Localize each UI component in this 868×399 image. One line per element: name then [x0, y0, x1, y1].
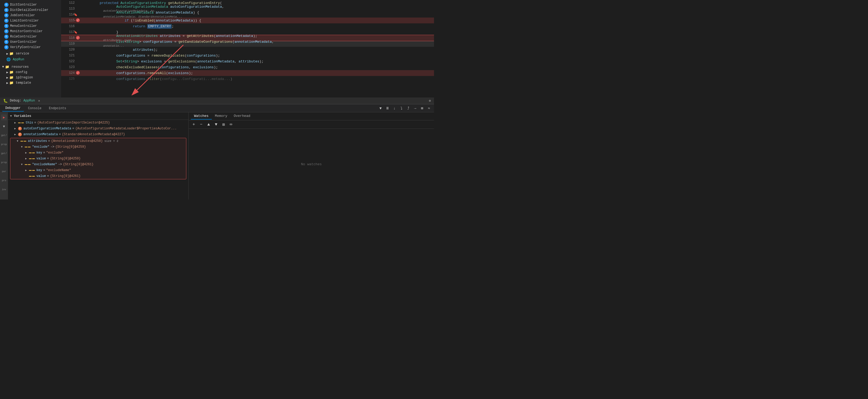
code-line-125: 125 configurations.filter(configu...Conf… — [61, 76, 434, 82]
expand-icon[interactable]: ▼ — [21, 145, 24, 148]
tree-item-label: VerifyController — [10, 45, 41, 49]
arrow-current-icon: → — [74, 19, 76, 22]
toolbar-btn-resume[interactable]: ▼ — [378, 105, 383, 111]
line-number: 112 — [65, 1, 75, 5]
var-eq-icon — [25, 164, 31, 165]
watches-add-button[interactable]: + — [191, 122, 197, 128]
tree-folder-label: service — [16, 52, 29, 56]
tree-folder-resources[interactable]: ▼ 📁 resources — [0, 64, 61, 70]
var-row-key1[interactable]: ▶ key = "exclude" — [10, 150, 186, 156]
tab-endpoints[interactable]: Endpoints — [46, 105, 69, 111]
var-value: {String[0]@4259} — [55, 145, 86, 149]
var-value: "excludeName" — [46, 168, 71, 172]
tree-item-label: RoleController — [10, 35, 37, 38]
var-name: value — [36, 157, 46, 161]
tab-debugger[interactable]: Debugger — [2, 105, 24, 111]
toolbar-btn-stepover[interactable]: ↓ — [392, 105, 397, 111]
var-row-annotationmetadata[interactable]: ▶ P annotationMetadata = {StandardAnnota… — [8, 132, 188, 137]
expand-icon[interactable]: ▶ — [14, 121, 17, 124]
side-icon-filter[interactable]: ▼ — [1, 124, 7, 129]
line-number: 117 — [65, 30, 75, 34]
settings-icon[interactable]: ⚙ — [429, 99, 431, 103]
var-row-value2[interactable]: value = {String[0]@4261} — [10, 173, 186, 179]
toolbar-btn-pause[interactable]: ⏸ — [384, 105, 391, 111]
line-number: 116 — [65, 25, 75, 28]
tree-folder-ip2region[interactable]: ▶ 📁 ip2region — [0, 75, 61, 80]
folder-icon: 📁 — [9, 52, 13, 56]
toolbar-btn-stepout[interactable]: ⤴ — [405, 105, 411, 111]
var-row-attributes[interactable]: ▼ attributes = {AnnotationAttributes@425… — [10, 138, 186, 144]
tree-item-apprun[interactable]: 🌐 AppRun — [0, 57, 61, 62]
line-number: 122 — [65, 60, 75, 63]
var-filter-button[interactable]: ▼ — [10, 114, 12, 118]
class-icon: C — [4, 29, 8, 33]
expand-icon[interactable]: ▶ — [14, 133, 17, 136]
side-icon-get1: get/ — [1, 133, 7, 138]
tree-folder-config[interactable]: ▶ 📁 config — [0, 70, 61, 75]
var-row-key2[interactable]: ▶ key = "excludeName" — [10, 167, 186, 173]
watches-down-button[interactable]: ▼ — [213, 122, 219, 128]
tab-console[interactable]: Console — [25, 105, 45, 111]
watches-infinity-button[interactable]: ∞ — [228, 122, 234, 128]
tree-item-verifycontroller[interactable]: C VerifyController — [0, 45, 61, 50]
var-row-this[interactable]: ▶ this = {AutoConfigurationImportSelecto… — [8, 120, 188, 126]
tree-item-usercontroller[interactable]: C UserController — [0, 39, 61, 45]
tree-item-monitorcontroller[interactable]: C MonitorController — [0, 29, 61, 34]
var-name: key — [36, 151, 42, 155]
side-icon-play[interactable]: ▶ — [1, 114, 7, 120]
tree-item-jobcontroller[interactable]: C JobController — [0, 13, 61, 18]
variables-label: Variables — [14, 114, 31, 118]
var-name: "excludeName" — [32, 163, 57, 166]
tree-item-label: MonitorController — [10, 30, 42, 33]
var-eq-icon — [18, 123, 24, 123]
debug-content: ▶ ▼ get/ prop get/ prop par pro inv ▼ Va… — [0, 112, 434, 199]
line-number: 118 — [65, 36, 75, 40]
side-icon-par: par — [1, 169, 7, 174]
var-value: {AutoConfigurationImportSelector@4225} — [37, 121, 110, 125]
expand-icon[interactable]: ▶ — [25, 157, 28, 160]
tab-memory[interactable]: Memory — [212, 113, 231, 120]
toolbar-btn-more[interactable]: ≈ — [426, 105, 432, 111]
tab-overhead[interactable]: Overhead — [230, 113, 253, 120]
tab-watches[interactable]: Watches — [191, 113, 212, 120]
session-close-button[interactable]: ✕ — [38, 99, 40, 103]
watches-copy-button[interactable]: ⊞ — [221, 122, 226, 128]
var-size: size = 2 — [104, 139, 119, 143]
watches-up-button[interactable]: ▲ — [206, 122, 212, 128]
expand-icon[interactable]: ▶ — [25, 151, 28, 154]
session-app: AppRun — [23, 99, 35, 103]
var-name: value — [36, 174, 46, 178]
var-eq-icon — [29, 153, 35, 153]
expand-icon[interactable]: ▶ — [14, 127, 17, 130]
toolbar-btn-runtopoint[interactable]: → — [412, 105, 418, 111]
var-row-exclude[interactable]: ▼ "exclude" -> {String[0]@4259} — [10, 144, 186, 150]
tree-folder-template[interactable]: ▶ 📁 template — [0, 80, 61, 86]
tree-apprun-label: AppRun — [13, 58, 24, 61]
tree-item-menucontroller[interactable]: C MenuController — [0, 23, 61, 29]
var-row-value1[interactable]: ▶ value = {String[0]@4259} — [10, 156, 186, 162]
file-tree: C DictController C DictDetailController … — [0, 0, 61, 98]
expand-icon[interactable]: ▶ — [25, 169, 28, 172]
tree-item-rolecontroller[interactable]: C RoleController — [0, 34, 61, 39]
var-row-excludename[interactable]: ▼ "excludeName" -> {String[0]@4261} — [10, 162, 186, 167]
toolbar-btn-stepinto[interactable]: ⤵ — [398, 105, 404, 111]
class-icon: C — [4, 24, 8, 28]
toolbar-btn-frames[interactable]: ⊞ — [419, 105, 425, 111]
expand-icon[interactable]: ▼ — [17, 140, 20, 143]
var-row-autoconfigmetadata[interactable]: ▶ P autoConfigurationMetadata = {AutoCon… — [8, 126, 188, 132]
tree-item-limitcontroller[interactable]: C LimitController — [0, 18, 61, 23]
line-number: 125 — [65, 77, 75, 81]
tree-item-label: JobController — [10, 13, 35, 17]
tree-item-dictdetailcontroller[interactable]: C DictDetailController — [0, 7, 61, 13]
expand-icon[interactable]: ▼ — [21, 163, 24, 166]
var-p-icon: P — [18, 133, 22, 136]
tree-folder-service[interactable]: ▶ 📁 service — [0, 51, 61, 56]
tab-overhead-label: Overhead — [234, 114, 250, 118]
apprun-icon: 🌐 — [6, 57, 11, 62]
main-layout: C DictController C DictDetailController … — [0, 0, 434, 199]
class-icon: C — [4, 13, 8, 18]
tree-item-dictcontroller[interactable]: C DictController — [0, 2, 61, 7]
var-operator: = — [43, 168, 45, 172]
watches-remove-button[interactable]: − — [198, 122, 204, 128]
tab-debugger-label: Debugger — [5, 106, 21, 110]
